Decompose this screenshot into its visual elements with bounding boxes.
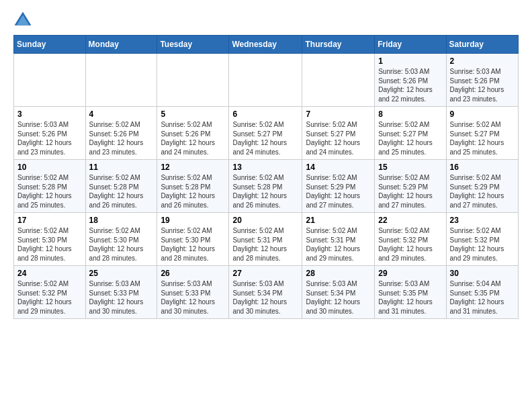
- day-cell: 23Sunrise: 5:02 AM Sunset: 5:32 PM Dayli…: [446, 213, 518, 266]
- day-cell: 26Sunrise: 5:03 AM Sunset: 5:33 PM Dayli…: [157, 266, 229, 319]
- day-cell: 3Sunrise: 5:03 AM Sunset: 5:26 PM Daylig…: [14, 107, 86, 160]
- day-cell: 2Sunrise: 5:03 AM Sunset: 5:26 PM Daylig…: [446, 54, 518, 107]
- day-number: 18: [89, 216, 154, 225]
- day-info: Sunrise: 5:03 AM Sunset: 5:26 PM Dayligh…: [17, 120, 82, 156]
- day-number: 6: [232, 109, 298, 119]
- day-info: Sunrise: 5:02 AM Sunset: 5:26 PM Dayligh…: [89, 120, 154, 156]
- page: SundayMondayTuesdayWednesdayThursdayFrid…: [0, 0, 532, 330]
- day-number: 3: [17, 109, 82, 119]
- day-cell: 1Sunrise: 5:03 AM Sunset: 5:26 PM Daylig…: [375, 54, 446, 107]
- day-info: Sunrise: 5:02 AM Sunset: 5:30 PM Dayligh…: [89, 226, 154, 263]
- day-number: 2: [450, 56, 515, 66]
- day-info: Sunrise: 5:03 AM Sunset: 5:33 PM Dayligh…: [161, 279, 225, 316]
- day-cell: 11Sunrise: 5:02 AM Sunset: 5:28 PM Dayli…: [85, 160, 157, 213]
- day-cell: 8Sunrise: 5:02 AM Sunset: 5:27 PM Daylig…: [375, 107, 446, 160]
- day-info: Sunrise: 5:03 AM Sunset: 5:26 PM Dayligh…: [450, 67, 515, 103]
- week-row-4: 17Sunrise: 5:02 AM Sunset: 5:30 PM Dayli…: [14, 213, 519, 266]
- day-cell: 24Sunrise: 5:02 AM Sunset: 5:32 PM Dayli…: [14, 266, 86, 319]
- day-info: Sunrise: 5:02 AM Sunset: 5:28 PM Dayligh…: [232, 173, 298, 210]
- day-cell: 19Sunrise: 5:02 AM Sunset: 5:30 PM Dayli…: [157, 213, 229, 266]
- day-cell: 13Sunrise: 5:02 AM Sunset: 5:28 PM Dayli…: [229, 160, 302, 213]
- day-number: 14: [306, 163, 371, 172]
- day-number: 1: [378, 56, 442, 66]
- col-header-wednesday: Wednesday: [229, 36, 302, 54]
- day-number: 13: [232, 163, 298, 172]
- day-cell: [229, 54, 302, 107]
- day-info: Sunrise: 5:03 AM Sunset: 5:34 PM Dayligh…: [232, 279, 298, 316]
- calendar-header-row: SundayMondayTuesdayWednesdayThursdayFrid…: [14, 36, 519, 54]
- day-number: 24: [17, 269, 82, 278]
- day-info: Sunrise: 5:02 AM Sunset: 5:30 PM Dayligh…: [161, 226, 225, 263]
- day-info: Sunrise: 5:03 AM Sunset: 5:34 PM Dayligh…: [306, 279, 371, 316]
- day-cell: 29Sunrise: 5:03 AM Sunset: 5:35 PM Dayli…: [375, 266, 446, 319]
- day-info: Sunrise: 5:03 AM Sunset: 5:26 PM Dayligh…: [378, 67, 442, 103]
- day-number: 22: [378, 216, 442, 225]
- day-number: 19: [161, 216, 225, 225]
- day-cell: 15Sunrise: 5:02 AM Sunset: 5:29 PM Dayli…: [375, 160, 446, 213]
- day-info: Sunrise: 5:02 AM Sunset: 5:27 PM Dayligh…: [306, 120, 371, 156]
- week-row-5: 24Sunrise: 5:02 AM Sunset: 5:32 PM Dayli…: [14, 266, 519, 319]
- day-cell: 4Sunrise: 5:02 AM Sunset: 5:26 PM Daylig…: [85, 107, 157, 160]
- day-cell: 17Sunrise: 5:02 AM Sunset: 5:30 PM Dayli…: [14, 213, 86, 266]
- day-number: 28: [306, 269, 371, 278]
- day-cell: 16Sunrise: 5:02 AM Sunset: 5:29 PM Dayli…: [446, 160, 518, 213]
- day-info: Sunrise: 5:02 AM Sunset: 5:29 PM Dayligh…: [306, 173, 371, 210]
- day-info: Sunrise: 5:02 AM Sunset: 5:29 PM Dayligh…: [378, 173, 442, 210]
- day-number: 21: [306, 216, 371, 225]
- day-info: Sunrise: 5:02 AM Sunset: 5:27 PM Dayligh…: [232, 120, 298, 156]
- week-row-3: 10Sunrise: 5:02 AM Sunset: 5:28 PM Dayli…: [14, 160, 519, 213]
- day-cell: 28Sunrise: 5:03 AM Sunset: 5:34 PM Dayli…: [302, 266, 375, 319]
- day-info: Sunrise: 5:02 AM Sunset: 5:31 PM Dayligh…: [306, 226, 371, 263]
- col-header-monday: Monday: [85, 36, 157, 54]
- day-cell: 22Sunrise: 5:02 AM Sunset: 5:32 PM Dayli…: [375, 213, 446, 266]
- day-number: 5: [161, 109, 225, 119]
- day-info: Sunrise: 5:02 AM Sunset: 5:32 PM Dayligh…: [17, 279, 82, 316]
- day-info: Sunrise: 5:02 AM Sunset: 5:32 PM Dayligh…: [378, 226, 442, 263]
- day-cell: 5Sunrise: 5:02 AM Sunset: 5:26 PM Daylig…: [157, 107, 229, 160]
- day-number: 16: [450, 163, 515, 172]
- day-cell: 20Sunrise: 5:02 AM Sunset: 5:31 PM Dayli…: [229, 213, 302, 266]
- day-cell: 12Sunrise: 5:02 AM Sunset: 5:28 PM Dayli…: [157, 160, 229, 213]
- day-cell: 27Sunrise: 5:03 AM Sunset: 5:34 PM Dayli…: [229, 266, 302, 319]
- day-cell: 21Sunrise: 5:02 AM Sunset: 5:31 PM Dayli…: [302, 213, 375, 266]
- day-info: Sunrise: 5:02 AM Sunset: 5:27 PM Dayligh…: [378, 120, 442, 156]
- col-header-sunday: Sunday: [14, 36, 86, 54]
- day-cell: [85, 54, 157, 107]
- day-cell: 7Sunrise: 5:02 AM Sunset: 5:27 PM Daylig…: [302, 107, 375, 160]
- day-number: 15: [378, 163, 442, 172]
- day-number: 17: [17, 216, 82, 225]
- day-info: Sunrise: 5:02 AM Sunset: 5:26 PM Dayligh…: [161, 120, 225, 156]
- day-cell: 30Sunrise: 5:04 AM Sunset: 5:35 PM Dayli…: [446, 266, 518, 319]
- day-number: 25: [89, 269, 154, 278]
- day-info: Sunrise: 5:03 AM Sunset: 5:35 PM Dayligh…: [378, 279, 442, 316]
- logo: [13, 11, 35, 30]
- day-cell: 18Sunrise: 5:02 AM Sunset: 5:30 PM Dayli…: [85, 213, 157, 266]
- day-cell: 6Sunrise: 5:02 AM Sunset: 5:27 PM Daylig…: [229, 107, 302, 160]
- day-info: Sunrise: 5:02 AM Sunset: 5:28 PM Dayligh…: [89, 173, 154, 210]
- day-number: 30: [450, 269, 515, 278]
- day-number: 8: [378, 109, 442, 119]
- day-cell: [157, 54, 229, 107]
- day-info: Sunrise: 5:02 AM Sunset: 5:30 PM Dayligh…: [17, 226, 82, 263]
- col-header-saturday: Saturday: [446, 36, 518, 54]
- day-number: 29: [378, 269, 442, 278]
- header: [13, 11, 519, 30]
- day-info: Sunrise: 5:02 AM Sunset: 5:31 PM Dayligh…: [232, 226, 298, 263]
- day-info: Sunrise: 5:02 AM Sunset: 5:27 PM Dayligh…: [450, 120, 515, 156]
- day-number: 7: [306, 109, 371, 119]
- day-info: Sunrise: 5:02 AM Sunset: 5:32 PM Dayligh…: [450, 226, 515, 263]
- week-row-2: 3Sunrise: 5:03 AM Sunset: 5:26 PM Daylig…: [14, 107, 519, 160]
- day-cell: [14, 54, 86, 107]
- day-number: 9: [450, 109, 515, 119]
- day-number: 27: [232, 269, 298, 278]
- day-info: Sunrise: 5:02 AM Sunset: 5:29 PM Dayligh…: [450, 173, 515, 210]
- col-header-tuesday: Tuesday: [157, 36, 229, 54]
- day-info: Sunrise: 5:04 AM Sunset: 5:35 PM Dayligh…: [450, 279, 515, 316]
- day-cell: 10Sunrise: 5:02 AM Sunset: 5:28 PM Dayli…: [14, 160, 86, 213]
- week-row-1: 1Sunrise: 5:03 AM Sunset: 5:26 PM Daylig…: [14, 54, 519, 107]
- day-info: Sunrise: 5:02 AM Sunset: 5:28 PM Dayligh…: [17, 173, 82, 210]
- day-number: 26: [161, 269, 225, 278]
- day-cell: [302, 54, 375, 107]
- day-cell: 25Sunrise: 5:03 AM Sunset: 5:33 PM Dayli…: [85, 266, 157, 319]
- day-info: Sunrise: 5:02 AM Sunset: 5:28 PM Dayligh…: [161, 173, 225, 210]
